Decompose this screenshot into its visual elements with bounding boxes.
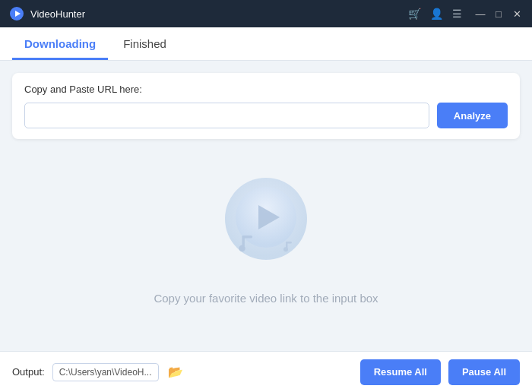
titlebar-controls: 🛒 👤 ☰ — □ ✕ [408, 8, 523, 20]
minimize-button[interactable]: — [474, 8, 486, 20]
svg-point-10 [283, 247, 288, 251]
main-area: Downloading Finished Copy and Paste URL … [0, 27, 532, 392]
tabs-bar: Downloading Finished [0, 27, 532, 61]
app-logo [9, 6, 24, 21]
resume-all-button[interactable]: Resume All [360, 359, 441, 385]
url-label: Copy and Paste URL here: [24, 84, 508, 95]
maximize-button[interactable]: □ [492, 8, 505, 20]
footer: Output: C:\Users\yan\VideoH... 📂 Resume … [0, 351, 532, 392]
close-button[interactable]: ✕ [511, 8, 523, 20]
output-path: C:\Users\yan\VideoH... [52, 363, 159, 381]
analyze-button[interactable]: Analyze [437, 103, 508, 128]
url-input-box: Copy and Paste URL here: Analyze [12, 73, 520, 139]
window-controls: — □ ✕ [474, 8, 523, 20]
content-area: Copy and Paste URL here: Analyze [0, 61, 532, 351]
tab-downloading[interactable]: Downloading [12, 30, 108, 60]
svg-point-7 [239, 245, 245, 252]
url-input-row: Analyze [24, 103, 508, 128]
titlebar: VideoHunter 🛒 👤 ☰ — □ ✕ [0, 0, 532, 27]
tab-finished[interactable]: Finished [111, 30, 179, 60]
url-input[interactable] [24, 103, 429, 128]
account-icon[interactable]: 👤 [430, 8, 443, 20]
empty-state: Copy your favorite video link to the inp… [12, 139, 520, 339]
empty-state-icon [213, 173, 319, 280]
pause-all-button[interactable]: Pause All [448, 359, 520, 385]
cart-icon[interactable]: 🛒 [408, 8, 421, 20]
menu-icon[interactable]: ☰ [452, 8, 462, 20]
output-label: Output: [12, 366, 45, 378]
app-title: VideoHunter [30, 8, 408, 20]
empty-state-text: Copy your favorite video link to the inp… [154, 292, 378, 305]
folder-icon[interactable]: 📂 [168, 365, 183, 379]
svg-rect-6 [242, 236, 253, 238]
svg-rect-9 [286, 242, 292, 243]
